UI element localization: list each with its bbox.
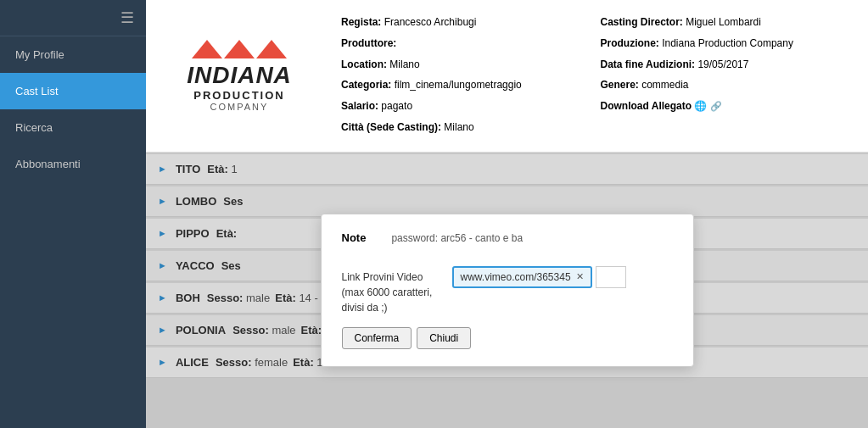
- hamburger-icon[interactable]: ☰: [120, 8, 134, 27]
- cast-area: ► TITO Età: 1 ► LOMBO Ses ► PIPPO Età: ►…: [146, 153, 868, 428]
- modal-title-row: Note password: arc56 - canto e ba: [342, 231, 673, 254]
- data-fine-field: Data fine Audizioni: 19/05/2017: [601, 55, 843, 75]
- triangle-right-icon: [256, 40, 287, 58]
- video-link-tag[interactable]: www.vimeo.com/365345 ✕: [452, 266, 592, 288]
- modal-password-text: password: arc56 - canto e ba: [391, 229, 523, 244]
- company-logo: Indiana Production Company: [187, 40, 292, 112]
- logo-area: Indiana Production Company: [163, 8, 316, 143]
- produttore-field: Produttore:: [341, 34, 584, 53]
- note-modal: Note password: arc56 - canto e ba Link P…: [321, 214, 694, 367]
- main-content: Indiana Production Company Regista: Fran…: [146, 0, 868, 428]
- salario-field: Salario: pagato: [341, 97, 584, 116]
- info-col-right: Casting Director: Miguel Lombardi Produz…: [592, 8, 852, 143]
- modal-buttons: Conferma Chiudi: [342, 327, 673, 349]
- modal-input-area: www.vimeo.com/365345 ✕: [452, 266, 673, 288]
- triangle-left-icon: [192, 40, 222, 58]
- sidebar-item-ricerca[interactable]: Ricerca: [0, 109, 146, 146]
- modal-link-row: Link Provini Video(max 6000 caratteri,di…: [342, 266, 673, 315]
- modal-overlay: Note password: arc56 - canto e ba Link P…: [146, 153, 868, 428]
- regista-field: Regista: Francesco Archibugi: [341, 13, 584, 32]
- info-col-left: Regista: Francesco Archibugi Produttore:…: [333, 8, 592, 143]
- sidebar-item-cast-list[interactable]: Cast List: [0, 73, 146, 109]
- logo-production: Production: [187, 89, 292, 102]
- casting-director-field: Casting Director: Miguel Lombardi: [601, 13, 843, 32]
- download-allegato-field: Download Allegato 🌐 🔗: [601, 97, 843, 116]
- modal-link-label: Link Provini Video(max 6000 caratteri,di…: [342, 266, 452, 315]
- triangle-center-icon: [224, 40, 255, 58]
- video-link-value: www.vimeo.com/365345: [461, 271, 571, 283]
- citta-field: Città (Sede Casting): Milano: [341, 118, 584, 137]
- location-field: Location: Milano: [341, 55, 584, 75]
- sidebar: ☰ My Profile Cast List Ricerca Abbonamen…: [0, 0, 146, 428]
- logo-indiana: Indiana: [187, 62, 292, 89]
- sidebar-header: ☰: [0, 0, 146, 36]
- confirm-button[interactable]: Conferma: [342, 327, 412, 349]
- sidebar-item-my-profile[interactable]: My Profile: [0, 36, 146, 73]
- sidebar-item-abbonamenti[interactable]: Abbonamenti: [0, 146, 146, 182]
- top-info-bar: Indiana Production Company Regista: Fran…: [146, 0, 868, 153]
- logo-triangles: [187, 40, 292, 58]
- categoria-field: Categoria: film_cinema/lungometraggio: [341, 75, 584, 95]
- close-button[interactable]: Chiudi: [417, 327, 471, 349]
- modal-title: Note: [342, 231, 367, 244]
- sidebar-nav: My Profile Cast List Ricerca Abbonamenti: [0, 36, 146, 428]
- video-link-extra-input[interactable]: [596, 266, 626, 288]
- genere-field: Genere: commedia: [601, 75, 843, 95]
- info-columns: Regista: Francesco Archibugi Produttore:…: [316, 8, 851, 143]
- logo-company: Company: [187, 102, 292, 112]
- produzione-field: Produzione: Indiana Production Company: [601, 34, 843, 53]
- remove-link-icon[interactable]: ✕: [576, 271, 584, 282]
